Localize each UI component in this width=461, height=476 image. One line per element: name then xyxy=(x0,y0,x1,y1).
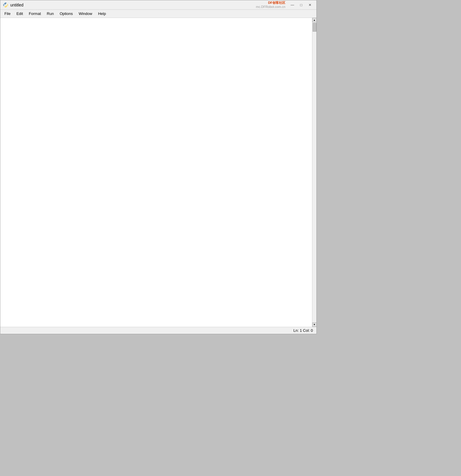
scroll-down-arrow[interactable]: ▼ xyxy=(312,322,317,327)
editor-area: ▲ ▼ xyxy=(0,18,316,327)
minimize-button[interactable]: — xyxy=(288,2,296,8)
window-title: untitled xyxy=(10,3,23,7)
maximize-button[interactable]: □ xyxy=(297,2,305,8)
menu-window[interactable]: Window xyxy=(76,10,95,17)
cursor-position: Ln: 1 Col: 0 xyxy=(294,328,313,333)
scroll-thumb[interactable] xyxy=(313,23,316,32)
svg-point-1 xyxy=(6,6,6,7)
python-icon xyxy=(3,2,9,8)
watermark: DF创客社区 mc.DFRobot.com.cn xyxy=(256,1,285,8)
close-button[interactable]: ✕ xyxy=(306,2,314,8)
title-bar-right: DF创客社区 mc.DFRobot.com.cn — □ ✕ xyxy=(256,1,314,8)
menu-file[interactable]: File xyxy=(1,10,13,17)
vertical-scrollbar: ▲ ▼ xyxy=(312,18,316,327)
watermark-line1: DF创客社区 xyxy=(268,1,285,4)
menu-help[interactable]: Help xyxy=(95,10,109,17)
title-bar-left: untitled xyxy=(3,2,23,8)
menu-edit[interactable]: Edit xyxy=(13,10,26,17)
main-window: untitled DF创客社区 mc.DFRobot.com.cn — □ ✕ … xyxy=(0,0,317,334)
title-bar: untitled DF创客社区 mc.DFRobot.com.cn — □ ✕ xyxy=(0,0,316,10)
watermark-line2: mc.DFRobot.com.cn xyxy=(256,5,285,9)
code-editor[interactable] xyxy=(0,18,312,327)
menu-options[interactable]: Options xyxy=(57,10,76,17)
menu-format[interactable]: Format xyxy=(26,10,44,17)
scroll-track[interactable] xyxy=(312,22,316,322)
menu-run[interactable]: Run xyxy=(44,10,57,17)
svg-point-0 xyxy=(5,3,5,4)
status-bar: Ln: 1 Col: 0 xyxy=(0,327,316,334)
menu-bar: File Edit Format Run Options Window Help xyxy=(0,10,316,18)
scroll-up-arrow[interactable]: ▲ xyxy=(312,18,317,22)
